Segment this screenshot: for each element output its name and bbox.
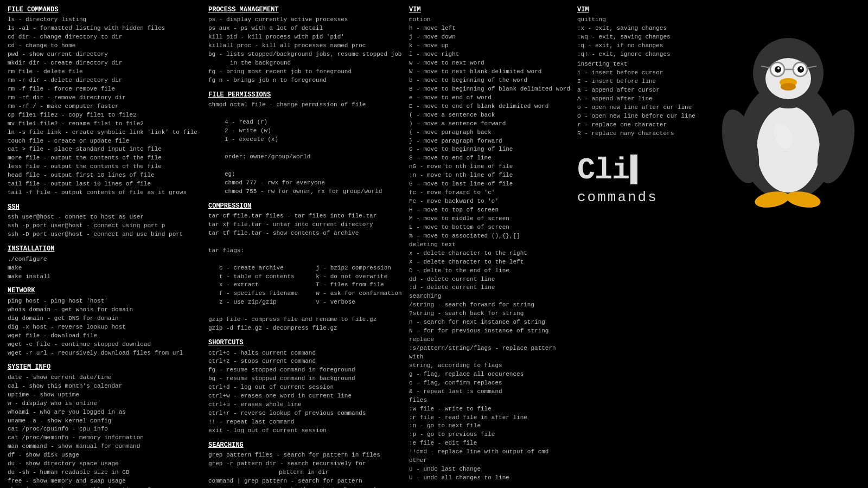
cmd-line: z - use zip/gzip v - verbose [208,298,403,307]
cmd-line: B - move to beginning of blank delimited… [409,85,571,94]
cmd-line: ping host - ping host 'host' [8,297,202,306]
cmd-line: chmod 755 - rw for owner, rx for group/w… [208,188,403,196]
cmd-line: tar flags: [208,247,403,255]
cmd-line: O - open new line before cur line [577,112,701,121]
cmd-line: tail file - output last 10 lines of file [8,180,202,189]
cmd-line: ./configure [8,255,202,264]
system-info-title: SYSTEM INFO [8,363,202,372]
cmd-line: dig domain - get DNS for domain [8,314,202,323]
cmd-line: :n - go to next file [409,422,571,431]
cmd-line: i - insert before cursor [577,69,701,78]
cmd-line: X - delete character to the left [409,258,571,267]
cmd-line: pattern in dir [208,468,403,477]
cmd-line: w - display who is online [8,400,202,408]
network-list: ping host - ping host 'host' whois domai… [8,297,202,358]
cmd-line: :p - go to previous file [409,431,571,439]
compression-title: COMPRESSION [208,202,403,211]
cmd-line [208,255,403,264]
cmd-line: fc - move forward to 'c' [409,189,571,197]
cmd-line: du - show directory space usage [8,460,202,468]
ssh-list: ssh user@host - connet to host as user s… [8,213,202,239]
file-perms-list: chmod octal file - change permission of … [208,101,403,196]
cmd-line: tar cf file.tar files - tar files into f… [208,212,403,221]
vim-left-title: VIM [409,5,571,15]
cmd-line: rm -rf dir - remove directory dir [8,94,202,102]
ssh-title: SSH [8,203,202,212]
svg-point-6 [777,67,780,69]
cmd-line: b - move to beginning of the word [409,76,571,85]
cmd-line: more file - output the contents of the f… [8,154,202,163]
vim-files: files :w file - write to file :r file - … [409,396,571,457]
cmd-line: 0 - move to beginning of line [409,145,571,154]
cmd-line: $ - move to end of line [409,154,571,163]
cmd-line: ctrl+z - stops current command [208,357,403,366]
cmd-line: L - move to bottom of screen [409,223,571,232]
cmd-line: & - repeat last :s command [409,388,571,396]
cmd-line: :w file - write to file [409,405,571,414]
cmd-line: rm -r dir - delete directory dir [8,76,202,85]
cmd-line: command | grep pattern - search for patt… [208,477,403,486]
logo-subtitle: commands [577,188,658,208]
cmd-line: touch file - create or update file [8,137,202,146]
process-mgmt-title: PROCESS MANAGEMENT [208,5,403,15]
tux-penguin [712,16,864,222]
cmd-line: rm -f file - force remove file [8,85,202,94]
cmd-line: ctrl+w - erases one word in current line [208,392,403,401]
vim-right: VIM quitting :x - exit, saving changes :… [574,5,704,483]
cmd-line: grep pattern files - search for pattern … [208,451,403,460]
cmd-line: k - move up [409,42,571,50]
cmd-line: n - search for next instance of string [409,318,571,327]
cmd-line: U - undo all changes to line [409,474,571,483]
cmd-line: inserting text [577,60,701,69]
cmd-line: chmod 777 - rwx for everyone [208,179,403,188]
cmd-line: mv file1 file2 - rename file1 to file2 [8,120,202,129]
cmd-line: a - append after cursor [577,86,701,95]
cmd-line: du -sh - human readable size in GB [8,468,202,477]
cmd-line: I - insert before line [577,78,701,86]
cmd-line: chmod octal file - change permission of … [208,101,403,110]
cmd-line: ctrl+d - log out of current session [208,383,403,392]
vim-deleting: deleting text x - delete character to th… [409,241,571,293]
cmd-line: bg - resume stopped command in backgroun… [208,375,403,383]
cmd-line: other [409,457,571,465]
cmd-line: ls -al - formatted listing with hidden f… [8,24,202,33]
cmd-line: man command - show manual for command [8,442,202,451]
cmd-line: !!cmd - replace line with output of cmd [409,448,571,457]
cmd-line: cp file1 file2 - copy file1 to file2 [8,111,202,120]
cmd-line: D - delte to the end of line [409,267,571,275]
svg-point-1 [757,106,820,192]
svg-point-9 [800,67,802,69]
cmd-line: fg n - brings job n to foreground [208,76,403,85]
cmd-line: killall proc - kill all processes named … [208,42,403,50]
shortcuts-list: ctrl+c - halts current command ctrl+z - … [208,349,403,435]
cmd-line: motion [409,16,571,24]
cmd-line: whois domain - get whois for domain [8,306,202,314]
vim-quitting: quitting :x - exit, saving changes :wq -… [577,16,701,59]
penguin-area [704,5,868,483]
cmd-line: j - move down [409,33,571,42]
cmd-line: N - for for previous instance of string [409,327,571,336]
cmd-line: eg: [208,170,403,179]
cmd-line: x - delete character to the right [409,249,571,258]
cmd-line: nG - move to nth line of file [409,163,571,171]
cmd-line: :wq - exit, saving changes [577,33,701,42]
cmd-line: :q - exit, if no changes [577,42,701,50]
cmd-line: fg - bring most recent job to foreground [208,68,403,76]
cmd-line: whoami - who are you logged in as [8,408,202,417]
cmd-line: head file - output first 10 lines of fil… [8,171,202,180]
cmd-line: f - specifies filename w - ask for confi… [208,290,403,298]
cmd-line: 2 - write (w) [208,127,403,136]
cmd-line: quitting [577,16,701,24]
main-container: FILE COMMANDS ls - directory listing ls … [0,0,868,488]
cmd-line: in the background [208,59,403,68]
cmd-line: deleting text [409,241,571,249]
compression-list: tar cf file.tar files - tar files into f… [208,212,403,333]
cmd-line: fg - resume stopped command in foregroun… [208,366,403,375]
cmd-line: kill pid - kill process with pid 'pid' [208,33,403,42]
cmd-line: :x - exit, saving changes [577,24,701,33]
cmd-line: cal - show this month's calendar [8,382,202,391]
cmd-line: R - replace many characters [577,130,701,138]
vim-replace: replace :s/pattern/string/flags - replac… [409,336,571,396]
vim-motion: motion h - move left j - move down k - m… [409,16,571,240]
cmd-line: e - move to end of word [409,94,571,102]
